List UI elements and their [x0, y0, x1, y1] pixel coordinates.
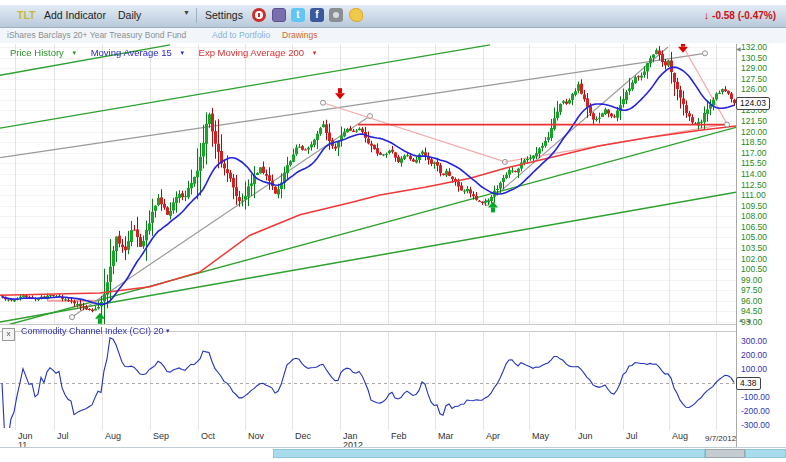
month-label: Oct	[201, 431, 215, 441]
cci-axis-label: -200.00	[741, 406, 770, 416]
chart-application-window: TLT Add Indicator Daily ▼ Settings t f ↓…	[0, 0, 786, 462]
cci-title[interactable]: Commodity Channel Index (CCI) 20	[21, 326, 164, 336]
price-axis-label: 117.00	[741, 148, 766, 158]
scrollbar-thumb[interactable]	[705, 449, 745, 458]
twitter-icon[interactable]: t	[291, 8, 305, 22]
month-label: Dec	[295, 431, 311, 441]
price-axis-label: 106.50	[741, 222, 767, 232]
alarm-icon[interactable]	[252, 8, 266, 22]
price-axis-label: 109.50	[741, 201, 767, 211]
price-axis-label: 94.50	[741, 306, 762, 316]
cci-axis-label: -300.00	[741, 420, 770, 430]
scrollbar-range-right[interactable]	[745, 449, 786, 458]
price-history-menu[interactable]: Price History ▾	[10, 47, 82, 58]
cci-axis-label: 100.00	[741, 364, 767, 374]
drawings-link[interactable]: Drawings	[282, 30, 317, 40]
price-axis-label: 97.50	[741, 285, 762, 295]
price-axis-label: 96.00	[741, 296, 762, 306]
add-indicator-button[interactable]: Add Indicator	[44, 9, 106, 21]
cci-value-badge: 4.38	[736, 377, 761, 390]
period-dropdown[interactable]: Daily	[118, 9, 141, 21]
price-axis-label: 114.00	[741, 169, 766, 179]
month-label: Nov	[248, 431, 264, 441]
price-axis-label: 102.00	[741, 254, 767, 264]
month-label: Jul	[626, 431, 638, 441]
main-toolbar: TLT Add Indicator Daily ▼ Settings t f ↓…	[0, 5, 786, 28]
price-chart-canvas[interactable]	[0, 44, 736, 325]
month-label: Apr	[486, 431, 500, 441]
cci-axis-label: 200.00	[741, 350, 767, 360]
fund-name: iShares Barclays 20+ Year Treasury Bond …	[7, 30, 186, 40]
month-label: Sep	[153, 431, 169, 441]
horizontal-scrollbar[interactable]	[0, 447, 786, 459]
chevron-down-icon: ▾	[166, 327, 170, 334]
book-icon[interactable]	[272, 8, 286, 22]
price-axis-label: 93.00	[741, 317, 762, 327]
price-axis-label: 99.00	[741, 275, 762, 285]
price-axis-label: 115.50	[741, 158, 766, 168]
price-axis-label: 132.00	[741, 42, 767, 52]
price-axis-label: 100.50	[741, 264, 767, 274]
cci-panel-header: xCommodity Channel Index (CCI) 20 ▾	[2, 326, 170, 341]
scrollbar-range[interactable]	[273, 449, 705, 458]
axis-collapse-icon[interactable]: ◀	[736, 45, 741, 52]
price-axis-label: 126.00	[741, 84, 767, 94]
price-axis-label: 111.00	[741, 190, 766, 200]
symbol-ticker: TLT	[17, 9, 35, 21]
chevron-down-icon: ▾	[180, 49, 184, 56]
price-axis-label: 120.00	[741, 127, 767, 137]
settings-button[interactable]: Settings	[205, 9, 243, 21]
moving-average-menu[interactable]: Moving Average 15 ▾	[91, 47, 190, 58]
last-price-badge: 124.03	[736, 97, 770, 110]
chevron-down-icon: ▾	[72, 49, 76, 56]
month-label: Aug	[672, 431, 688, 441]
cci-axis-label: 300.00	[741, 336, 767, 346]
price-axis-label: 129.00	[741, 63, 767, 73]
chevron-down-icon[interactable]: ▼	[183, 9, 190, 16]
bird-icon[interactable]	[349, 8, 363, 22]
price-axis-label: 112.50	[741, 180, 766, 190]
current-date-label: 9/7/2012	[705, 434, 736, 443]
price-axis-label: 118.50	[741, 137, 766, 147]
month-label: Jul	[57, 431, 69, 441]
camera-icon[interactable]	[329, 8, 343, 22]
month-label: Mar	[438, 431, 454, 441]
price-axis-label: 130.50	[741, 53, 767, 63]
toolbar-divider	[196, 8, 197, 23]
add-to-portfolio-link[interactable]: Add to Portfolio	[212, 30, 270, 40]
price-axis-label: 121.50	[741, 116, 767, 126]
exp-moving-average-menu[interactable]: Exp Moving Average 200 ▾	[199, 47, 323, 58]
price-axis-label: 108.00	[741, 211, 767, 221]
month-label: Feb	[391, 431, 407, 441]
month-label: Aug	[105, 431, 121, 441]
month-label: Jun	[578, 431, 593, 441]
price-axis-label: 103.50	[741, 243, 767, 253]
chevron-down-icon: ▾	[313, 49, 317, 56]
arrow-down-icon: ↓	[704, 9, 710, 21]
facebook-icon[interactable]: f	[310, 8, 324, 22]
cci-axis-label: -100.00	[741, 392, 770, 402]
price-change: ↓ -0.58 (-0.47%)	[704, 9, 776, 21]
indicator-legend: Price History ▾ Moving Average 15 ▾ Exp …	[10, 47, 328, 58]
cci-chart-canvas[interactable]	[0, 332, 736, 430]
close-icon[interactable]: x	[2, 328, 15, 341]
price-axis-label: 105.00	[741, 232, 767, 242]
price-axis-label: 127.50	[741, 74, 767, 84]
symbol-info-bar: iShares Barclays 20+ Year Treasury Bond …	[0, 28, 786, 43]
month-label: May	[532, 431, 549, 441]
